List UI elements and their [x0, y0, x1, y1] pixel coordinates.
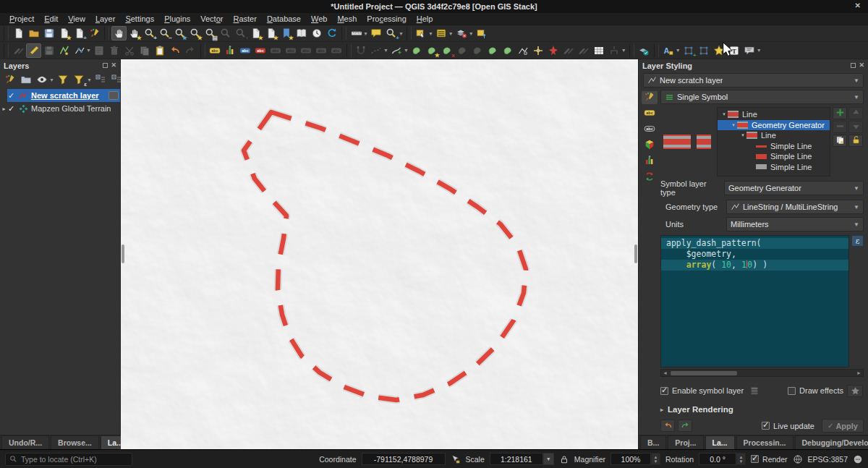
map-tips-button[interactable]: [369, 26, 384, 41]
dropdown-arrow-icon[interactable]: ▼: [363, 31, 368, 36]
magnifier-stepper[interactable]: ▲▼: [651, 453, 660, 465]
dropdown-arrow-icon[interactable]: ▼: [404, 48, 409, 53]
move-up-button[interactable]: [848, 107, 863, 119]
menu-raster[interactable]: Raster: [228, 14, 261, 24]
zoom-next-button[interactable]: ‹: [233, 26, 248, 41]
dropdown-arrow-icon[interactable]: ▼: [448, 31, 454, 36]
undo-style-button[interactable]: [660, 420, 675, 432]
select-by-form-button[interactable]: [475, 26, 490, 41]
create-node-item-button[interactable]: +: [681, 43, 697, 58]
units-select[interactable]: Millimeters ▼: [726, 217, 864, 231]
stream-digitizing-button[interactable]: [409, 43, 425, 58]
layer-item[interactable]: ▸✓Mapzen Global Terrain: [7, 102, 120, 115]
expander-icon[interactable]: ▾: [720, 111, 728, 117]
layer-item[interactable]: ✓New scratch layer: [7, 89, 120, 102]
styling-tab-diagrams[interactable]: [642, 155, 658, 168]
locator-input[interactable]: Type to locate (Ctrl+K): [5, 453, 132, 466]
highlight-pinned-labels-button[interactable]: abc: [268, 43, 284, 58]
magnifier-value[interactable]: 100%: [610, 453, 651, 465]
vertex-editor-button[interactable]: [516, 43, 531, 58]
dock-tab[interactable]: La...: [705, 435, 735, 449]
map-canvas[interactable]: [121, 59, 638, 449]
show-hide-labels-button[interactable]: abc: [299, 43, 314, 58]
menu-processing[interactable]: Processing: [362, 14, 411, 24]
styling-tab-symbology[interactable]: [642, 91, 658, 104]
digitize-with-curve-button[interactable]: [389, 43, 404, 58]
copy-features-button[interactable]: [137, 43, 153, 58]
crs-globe-icon[interactable]: [793, 454, 803, 464]
menu-web[interactable]: Web: [306, 14, 332, 24]
expander-icon[interactable]: ▾: [730, 122, 737, 128]
menu-project[interactable]: Project: [4, 14, 39, 24]
scroll-right-icon[interactable]: ►: [855, 370, 863, 375]
symbol-tree-item[interactable]: ▾Line: [718, 130, 830, 141]
cut-features-button[interactable]: [122, 43, 137, 58]
split-parts-button[interactable]: [455, 43, 470, 58]
close-icon[interactable]: ✕: [855, 1, 861, 9]
menu-edit[interactable]: Edit: [39, 14, 63, 24]
pan-map-button[interactable]: [111, 26, 127, 41]
styling-layer-selector[interactable]: New scratch layer ▼: [643, 73, 864, 88]
current-edits-button[interactable]: [11, 43, 26, 58]
undo-button[interactable]: [168, 43, 183, 58]
rotation-stepper[interactable]: ▲▼: [736, 453, 746, 465]
save-project-button[interactable]: [41, 26, 56, 41]
add-group-button[interactable]: [18, 72, 33, 87]
messages-icon[interactable]: [853, 454, 863, 464]
dock-tab[interactable]: Undo/R...: [1, 435, 49, 449]
draw-effects-checkbox[interactable]: [788, 387, 796, 395]
layer-visibility-checkbox[interactable]: ✓: [8, 91, 18, 101]
open-layer-styling-button[interactable]: [2, 72, 17, 87]
zoom-out-button[interactable]: −: [157, 26, 172, 41]
dock-tab[interactable]: Proj...: [668, 435, 703, 449]
dock-tab[interactable]: Processin...: [736, 435, 793, 449]
float-panel-icon[interactable]: [851, 63, 856, 68]
enable-snapping-button[interactable]: [354, 43, 369, 58]
menu-view[interactable]: View: [63, 14, 90, 24]
offset-curve-button[interactable]: [501, 43, 516, 58]
expression-builder-button[interactable]: ε: [851, 235, 864, 247]
scroll-left-icon[interactable]: ◄: [661, 370, 669, 375]
favorites-button[interactable]: [712, 43, 727, 58]
expander-icon[interactable]: ▸: [0, 106, 8, 112]
refresh-map-button[interactable]: [324, 26, 339, 41]
menu-layer[interactable]: Layer: [90, 14, 121, 24]
advanced-digitizing-button[interactable]: [531, 43, 546, 58]
dropdown-arrow-icon[interactable]: ▼: [383, 48, 388, 53]
dropdown-arrow-icon[interactable]: ▼: [49, 77, 54, 82]
collapse-arrow-icon[interactable]: ▸: [660, 407, 663, 413]
enable-symbol-layer-checkbox[interactable]: [660, 387, 668, 395]
memory-layer-indicator-icon[interactable]: [109, 91, 119, 100]
layer-visibility-checkbox[interactable]: ✓: [8, 104, 18, 114]
close-panel-icon[interactable]: ✕: [111, 62, 116, 69]
symbol-tree-item[interactable]: Simple Line: [718, 151, 830, 162]
new-map-view-button[interactable]: ★: [248, 26, 263, 41]
effects-options-icon[interactable]: [847, 385, 863, 397]
close-panel-icon[interactable]: ✕: [859, 62, 864, 69]
vertex-tool-button[interactable]: [72, 43, 87, 58]
zoom-to-selection-button[interactable]: ★: [187, 26, 203, 41]
menu-settings[interactable]: Settings: [120, 14, 159, 24]
show-bookmarks-button[interactable]: [294, 26, 309, 41]
save-layer-edits-button[interactable]: [41, 43, 56, 58]
text-annotation-button[interactable]: T: [727, 43, 742, 58]
add-line-feature-button[interactable]: [56, 43, 72, 58]
apply-button[interactable]: ✓ Apply: [822, 419, 864, 433]
remove-symbol-layer-button[interactable]: [833, 121, 847, 133]
styling-tab-masks[interactable]: abc: [642, 123, 658, 136]
manage-map-themes-button[interactable]: [34, 72, 49, 87]
right-splitter-handle[interactable]: [634, 244, 637, 263]
expand-all-button[interactable]: [93, 72, 109, 87]
menu-database[interactable]: Database: [262, 14, 306, 24]
rotate-point-symbols-button[interactable]: [546, 43, 561, 58]
menu-vector[interactable]: Vector: [195, 14, 228, 24]
modify-attributes-button[interactable]: [92, 43, 107, 58]
open-project-button[interactable]: [26, 26, 41, 41]
split-features-button[interactable]: x: [440, 43, 455, 58]
open-attribute-table-button[interactable]: [434, 26, 449, 41]
dropdown-arrow-icon[interactable]: ▼: [87, 77, 92, 82]
symbol-tree-item[interactable]: ▾Geometry Generator: [718, 120, 830, 131]
editor-horizontal-scrollbar[interactable]: ◄ ►: [660, 369, 864, 377]
scale-dropdown-icon[interactable]: ▼: [543, 453, 554, 465]
live-update-checkbox[interactable]: [762, 422, 770, 430]
